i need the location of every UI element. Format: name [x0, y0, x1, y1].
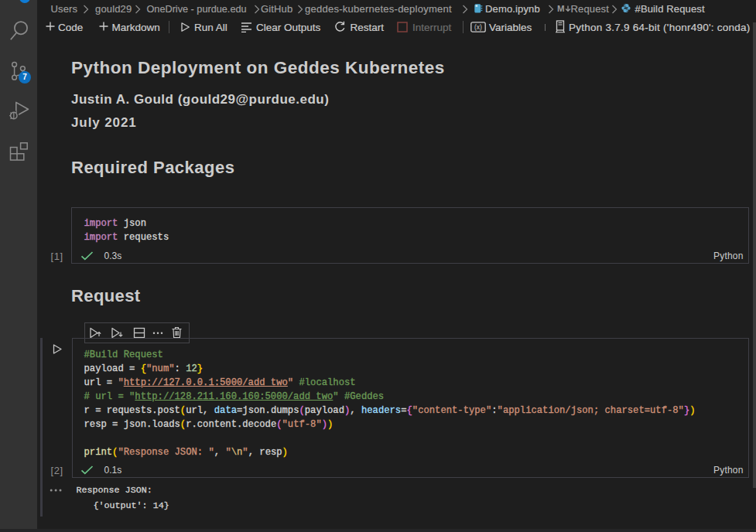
- svg-text:(x): (x): [474, 23, 482, 31]
